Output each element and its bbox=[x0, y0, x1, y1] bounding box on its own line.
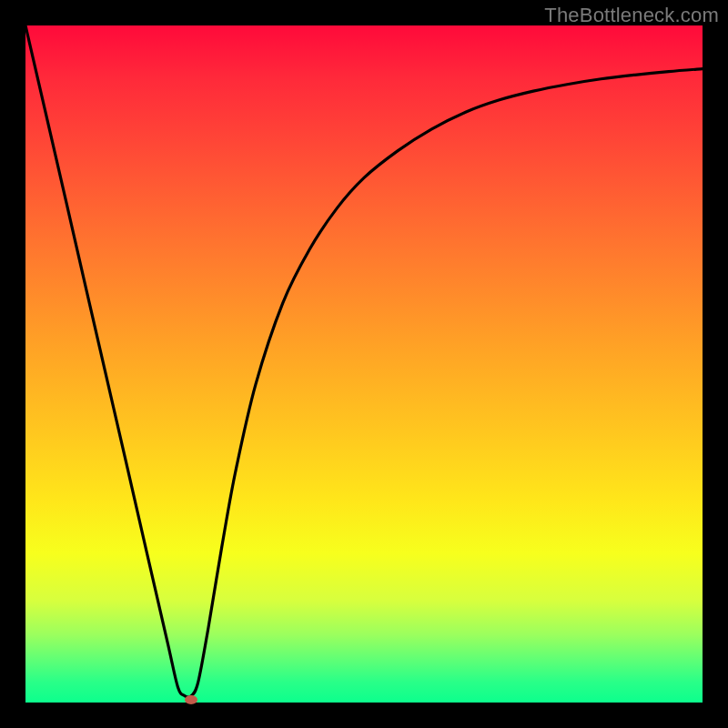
chart-frame: TheBottleneck.com bbox=[0, 0, 728, 728]
plot-gradient-area bbox=[25, 25, 703, 703]
watermark-text: TheBottleneck.com bbox=[544, 4, 719, 27]
bottleneck-curve bbox=[25, 25, 703, 703]
optimal-point-marker bbox=[185, 695, 197, 704]
